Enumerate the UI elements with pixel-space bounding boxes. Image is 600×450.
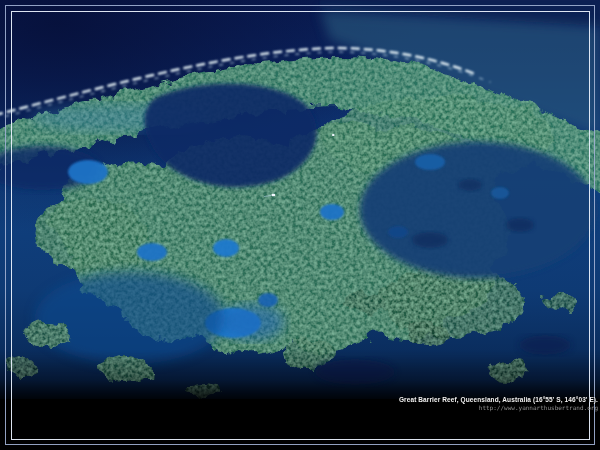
lagoon-glow-center (220, 304, 284, 340)
lagoon-right (360, 142, 596, 278)
photo-caption: Great Barrier Reef, Queensland, Australi… (399, 396, 598, 411)
lagoon-dark-patch (458, 179, 482, 191)
caption-url-text: http://www.yannarthusbertrand.org (399, 404, 598, 411)
lagoon-dark-patch (506, 218, 534, 232)
reef-aerial-photo (0, 0, 600, 450)
lagoon-dark-patch (412, 232, 448, 248)
caption-location-text: Great Barrier Reef, Queensland, Australi… (399, 396, 598, 403)
wallpaper: Great Barrier Reef, Queensland, Australi… (0, 0, 600, 450)
boat-small (332, 134, 335, 136)
